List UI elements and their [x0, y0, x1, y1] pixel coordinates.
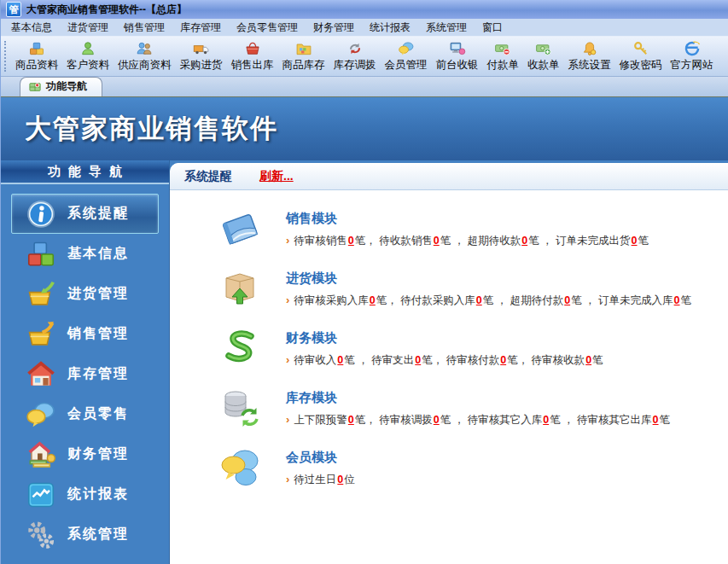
toolbar-button-settings[interactable]: 系统设置	[564, 37, 615, 76]
detail-text: 待审核销售	[294, 235, 347, 247]
module-title-sales[interactable]: 销售模块	[286, 211, 649, 227]
gears-icon	[25, 519, 57, 551]
sidebar-item-member-retail[interactable]: 会员零售	[11, 394, 159, 434]
count-link[interactable]: 0	[337, 354, 343, 366]
sidebar-item-reports[interactable]: 统计报表	[11, 474, 159, 515]
toolbar-button-suppliers[interactable]: 供应商资料	[114, 37, 176, 76]
count-link[interactable]: 0	[674, 294, 680, 306]
sidebar-item-label: 系统提醒	[67, 205, 129, 223]
sidebar-item-basic-info[interactable]: 基本信息	[11, 234, 159, 274]
toolbar-button-customers[interactable]: 客户资料	[62, 37, 114, 76]
toolbar-button-website[interactable]: 官方网站	[667, 37, 718, 76]
menu-item-stock-mgmt[interactable]: 库存管理	[172, 19, 229, 37]
toolbar-button-label: 修改密码	[620, 58, 662, 73]
toolbar-grip-handle[interactable]	[4, 41, 9, 72]
detail-text: 笔 ， 超期待付款	[483, 294, 563, 306]
sidebar-item-label: 库存管理	[67, 365, 129, 383]
toolbar-button-transfer[interactable]: 库存调拨	[329, 37, 381, 76]
member-chat-icon	[25, 398, 57, 431]
payment-minus-icon	[494, 40, 511, 57]
count-link[interactable]: 0	[370, 294, 376, 306]
sidebar-item-label: 基本信息	[67, 245, 129, 263]
menu-item-finance-mgmt[interactable]: 财务管理	[306, 19, 362, 37]
toolbar-button-label: 库存调拨	[334, 58, 376, 73]
count-link[interactable]: 0	[585, 354, 591, 366]
detail-text: 笔， 待审核付款	[422, 354, 499, 366]
content-header: 系统提醒 刷新...	[170, 163, 728, 190]
toolbar-button-password[interactable]: 修改密码	[615, 37, 667, 76]
chat-bubbles-icon	[219, 447, 260, 488]
cashier-icon	[449, 40, 466, 57]
module-detail-sales: ›待审核销售0笔， 待收款销售0笔 ， 超期待收款0笔 ， 订单未完成出货0笔	[286, 234, 649, 248]
sidebar-item-system-alerts[interactable]: 系统提醒	[11, 194, 159, 234]
toolbar-button-members[interactable]: 会员管理	[381, 37, 432, 76]
truck-icon	[193, 40, 210, 57]
detail-text: 笔， 待审核调拨	[355, 414, 433, 426]
chevron-bullet-icon: ›	[286, 234, 289, 247]
module-title-purchase[interactable]: 进货模块	[286, 270, 691, 287]
detail-text: 笔 ， 待审核其它入库	[440, 414, 542, 426]
count-link[interactable]: 0	[632, 235, 638, 247]
count-link[interactable]: 0	[348, 235, 354, 247]
app-logo-icon: 管	[6, 2, 21, 17]
module-title-stock[interactable]: 库存模块	[286, 390, 670, 406]
tab-bar: 功能导航	[1, 77, 728, 96]
sidebar-item-finance-mgmt[interactable]: 财务管理	[11, 434, 159, 474]
basket-in-icon	[25, 278, 57, 311]
module-stock: 库存模块›上下限预警0笔， 待审核调拨0笔 ， 待审核其它入库0笔 ， 待审核其…	[219, 387, 722, 428]
detail-text: 笔 ， 待审核其它出库	[550, 414, 651, 426]
toolbar-button-purchase[interactable]: 采购进货	[176, 37, 227, 76]
count-link[interactable]: 0	[564, 294, 570, 306]
receipt-plus-icon	[535, 40, 552, 57]
count-link[interactable]: 0	[500, 354, 506, 366]
detail-text: 待审核采购入库	[294, 294, 369, 306]
window-title: 大管家商业销售管理软件--【总店】	[26, 3, 187, 17]
toolbar-button-goods[interactable]: 商品资料	[11, 37, 62, 76]
tab-nav[interactable]: 功能导航	[20, 77, 102, 96]
menu-item-member-retail-mgmt[interactable]: 会员零售管理	[229, 19, 306, 37]
refresh-link[interactable]: 刷新...	[259, 169, 294, 184]
sidebar-items: 系统提醒基本信息进货管理销售管理库存管理会员零售财务管理统计报表系统管理	[1, 184, 169, 555]
toolbar-button-cashier[interactable]: 前台收银	[432, 37, 483, 76]
count-link[interactable]: 0	[415, 354, 421, 366]
box-arrow-up-icon	[219, 268, 260, 309]
module-text: 库存模块›上下限预警0笔， 待审核调拨0笔 ， 待审核其它入库0笔 ， 待审核其…	[286, 387, 670, 427]
sidebar-item-purchase-mgmt[interactable]: 进货管理	[11, 274, 159, 314]
toolbar-button-label: 商品库存	[282, 58, 325, 73]
nav-map-icon	[29, 81, 41, 93]
count-link[interactable]: 0	[434, 414, 440, 426]
menu-item-system-mgmt[interactable]: 系统管理	[418, 19, 475, 37]
detail-text: 笔 ， 订单未完成入库	[571, 294, 673, 306]
toolbar-button-sales-out[interactable]: 销售出库	[227, 37, 278, 76]
toolbar-button-stock[interactable]: 商品库存	[278, 37, 329, 76]
modules-list: 销售模块›待审核销售0笔， 待收款销售0笔 ， 超期待收款0笔 ， 订单未完成出…	[170, 190, 728, 514]
count-link[interactable]: 0	[521, 235, 527, 247]
module-title-finance[interactable]: 财务模块	[286, 330, 603, 346]
menu-item-sales-mgmt[interactable]: 销售管理	[116, 19, 172, 37]
detail-text: 笔	[681, 294, 692, 306]
module-detail-finance: ›待审收入0笔 ， 待审支出0笔， 待审核付款0笔， 待审核收款0笔	[286, 353, 603, 368]
menu-item-window[interactable]: 窗口	[475, 19, 510, 37]
count-link[interactable]: 0	[337, 474, 343, 486]
detail-text: 笔， 待审核收款	[507, 354, 585, 366]
menu-item-purchase-mgmt[interactable]: 进货管理	[60, 19, 116, 37]
module-sales: 销售模块›待审核销售0笔， 待收款销售0笔 ， 超期待收款0笔 ， 订单未完成出…	[219, 208, 722, 249]
toolbar-button-receipt[interactable]: 收款单	[523, 37, 564, 76]
count-link[interactable]: 0	[348, 414, 354, 426]
count-link[interactable]: 0	[543, 414, 549, 426]
module-finance: 财务模块›待审收入0笔 ， 待审支出0笔， 待审核付款0笔， 待审核收款0笔	[219, 328, 722, 369]
count-link[interactable]: 0	[653, 414, 659, 426]
count-link[interactable]: 0	[434, 235, 440, 247]
sidebar-item-sales-mgmt[interactable]: 销售管理	[11, 314, 159, 354]
module-title-member[interactable]: 会员模块	[286, 450, 355, 466]
detail-text: 笔	[638, 235, 649, 247]
goods-boxes-icon	[28, 40, 45, 57]
menu-item-basic-info[interactable]: 基本信息	[3, 19, 60, 37]
toolbar-button-payment[interactable]: 付款单	[483, 37, 524, 76]
menu-item-reports[interactable]: 统计报表	[362, 19, 418, 37]
count-link[interactable]: 0	[476, 294, 482, 306]
sidebar-item-system-mgmt[interactable]: 系统管理	[11, 515, 159, 555]
toolbar-button-label: 官方网站	[671, 58, 713, 73]
sidebar-item-stock-mgmt[interactable]: 库存管理	[11, 354, 159, 394]
toolbar-button-label: 系统设置	[568, 58, 611, 73]
